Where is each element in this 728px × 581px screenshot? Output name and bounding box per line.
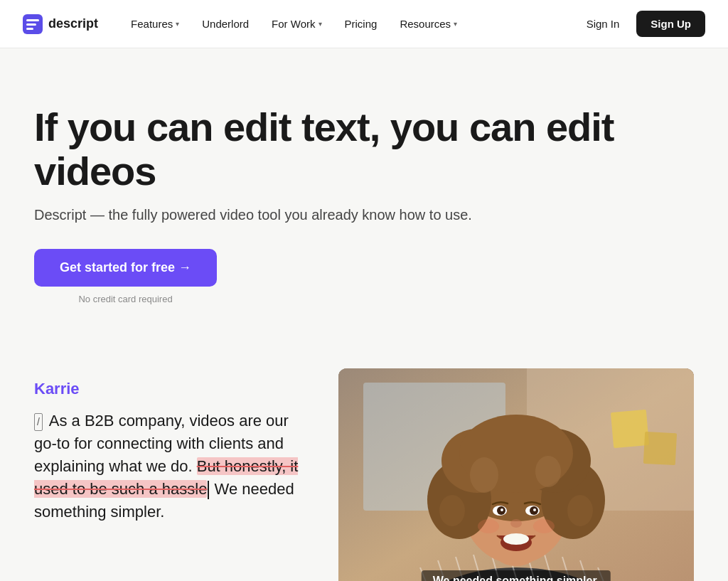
signup-button[interactable]: Sign Up [636, 11, 705, 37]
testimonial: Karrie / As a B2B company, videos are ou… [34, 368, 304, 534]
svg-rect-1 [26, 19, 39, 21]
svg-point-32 [439, 495, 465, 526]
nav-features[interactable]: Features ▾ [121, 12, 189, 36]
svg-point-40 [510, 519, 522, 528]
no-cc-label: No credit card required [78, 294, 172, 304]
svg-point-30 [470, 457, 498, 493]
nav-right: Sign In Sign Up [575, 11, 705, 37]
logo-text: descript [48, 16, 98, 31]
svg-point-43 [478, 519, 499, 533]
video-container[interactable]: We needed something simpler. [338, 368, 694, 581]
bottom-section: Karrie / As a B2B company, videos are ou… [0, 347, 728, 581]
hero-title: If you can edit text, you can edit video… [34, 105, 646, 193]
testimonial-text: / As a B2B company, videos are our go-to… [34, 410, 304, 523]
hero-cta-wrap: Get started for free → No credit card re… [34, 249, 217, 304]
svg-rect-8 [611, 410, 649, 448]
logo[interactable]: descript [23, 14, 98, 34]
svg-point-44 [533, 519, 555, 533]
testimonial-name: Karrie [34, 380, 304, 398]
svg-point-31 [535, 456, 561, 487]
text-cursor-icon [208, 481, 209, 499]
get-started-button[interactable]: Get started for free → [34, 249, 217, 287]
signin-button[interactable]: Sign In [575, 12, 631, 36]
video-person-svg [338, 368, 694, 581]
for-work-chevron-icon: ▾ [318, 20, 322, 28]
logo-icon [23, 14, 43, 34]
features-chevron-icon: ▾ [176, 20, 179, 28]
svg-point-39 [533, 508, 536, 511]
nav-pricing[interactable]: Pricing [335, 12, 387, 36]
navbar: descript Features ▾ Underlord For Work ▾… [0, 0, 728, 48]
nav-links: Features ▾ Underlord For Work ▾ Pricing … [121, 12, 575, 36]
video-background: We needed something simpler. [338, 368, 694, 581]
svg-rect-9 [643, 432, 677, 465]
svg-point-42 [503, 533, 529, 545]
svg-point-33 [567, 495, 593, 526]
svg-point-38 [500, 508, 503, 511]
nav-for-work[interactable]: For Work ▾ [262, 12, 331, 36]
nav-resources[interactable]: Resources ▾ [390, 12, 467, 36]
resources-chevron-icon: ▾ [454, 20, 457, 28]
nav-underlord[interactable]: Underlord [192, 12, 259, 36]
svg-rect-2 [26, 23, 36, 26]
cursor-icon: / [34, 413, 43, 430]
video-caption: We needed something simpler. [422, 570, 611, 581]
hero-subtitle: Descript — the fully powered video tool … [34, 207, 694, 223]
svg-rect-3 [26, 28, 33, 30]
hero-section: If you can edit text, you can edit video… [0, 48, 728, 347]
